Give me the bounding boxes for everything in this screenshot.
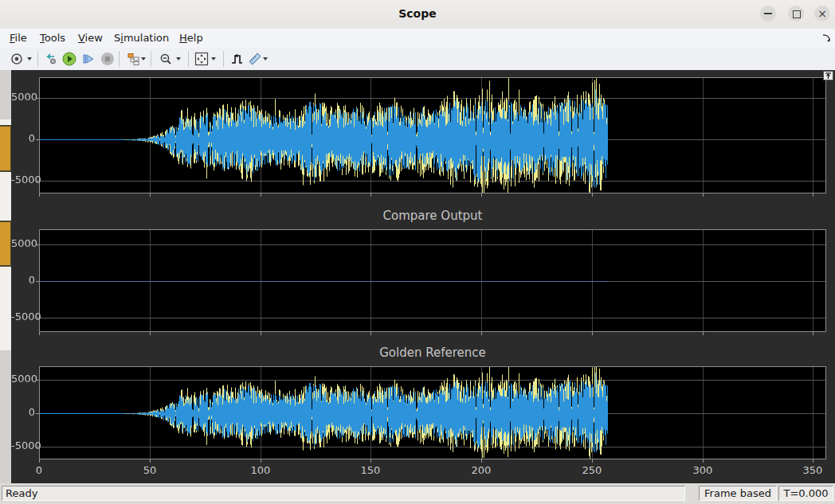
x-tick-label: 350 [789,464,835,476]
zoom-button[interactable] [157,50,174,68]
menu-help[interactable]: Help [179,32,203,44]
title-bar: Scope × [0,0,835,29]
status-mode: Frame based [699,486,777,501]
x-tick-label: 100 [237,464,284,476]
y-tick-mark [36,244,39,245]
y-tick-label: 0 [11,406,35,418]
y-tick-mark [36,181,39,182]
scope-parameters-icon [10,53,23,65]
maximize-icon [793,10,801,18]
toolbar-separator [188,51,189,67]
y-tick-mark [36,413,39,414]
dock-arrow-icon[interactable] [822,33,832,43]
menu-file[interactable]: File [10,32,27,44]
y-tick-mark [36,318,39,318]
tool-bar [0,48,835,71]
x-tick-mark [150,193,151,197]
toolbar-separator [223,51,224,67]
x-tick-mark [39,332,40,335]
zoom-dropdown[interactable] [176,57,181,61]
zoom-icon [159,53,173,66]
background-block [0,125,12,172]
x-tick-mark [481,193,482,197]
y-tick-label: 5000 [11,91,35,103]
step-forward-button[interactable] [80,50,97,68]
y-tick-mark [36,447,39,447]
y-tick-label: -5000 [11,174,35,186]
x-tick-mark [370,193,371,197]
measurements-icon [248,52,262,66]
menu-simulation[interactable]: Simulation [114,32,169,44]
y-tick-label: 5000 [11,237,35,249]
layout-dropdown[interactable] [141,57,146,61]
toolbar-separator [119,51,120,67]
trigger-button[interactable] [228,50,245,68]
x-tick-mark [150,459,151,463]
expand-axes-button[interactable] [823,71,833,80]
y-tick-mark [36,380,39,381]
toolbar-separator [151,51,151,67]
y-tick-mark [36,281,39,282]
y-tick-label: -5000 [11,440,35,451]
layout-button[interactable] [124,50,142,68]
x-tick-label: 50 [126,464,174,476]
scope-window: Scope × File Tools View Simulation Help [0,0,835,504]
minimize-icon [764,13,772,14]
x-tick-label: 200 [457,464,505,476]
window-title: Scope [0,7,835,20]
x-tick-mark [150,332,151,335]
background-block [0,221,12,267]
stepping-options-button[interactable] [42,50,60,68]
stop-icon [100,52,115,66]
y-tick-mark [36,139,39,140]
stepping-options-icon [45,53,57,65]
y-tick-label: -5000 [11,311,35,322]
close-button[interactable]: × [814,6,830,21]
x-tick-mark [261,332,261,335]
run-button[interactable] [61,50,78,68]
y-tick-mark [36,98,39,99]
maximize-button[interactable] [788,6,804,21]
x-tick-mark [261,459,261,463]
close-icon: × [814,6,830,21]
x-tick-mark [703,332,704,335]
menu-view[interactable]: View [78,32,103,44]
stop-button[interactable] [99,50,116,68]
measurements-button[interactable] [246,50,264,68]
fit-to-view-button[interactable] [193,50,210,68]
run-icon [62,52,76,66]
status-bar: Ready Frame based T=0.000 [0,483,835,504]
fit-to-view-dropdown[interactable] [211,57,216,61]
x-tick-label: 150 [347,464,394,476]
fit-to-view-icon [194,52,209,66]
x-tick-mark [370,459,371,463]
plot-output-waveform[interactable] [39,77,826,193]
menu-tools[interactable]: Tools [40,32,65,44]
x-tick-label: 250 [568,464,616,476]
scope-parameters-dropdown[interactable] [27,57,32,61]
status-time: T=0.000 [778,486,833,501]
scope-parameters-button[interactable] [8,50,25,68]
layout-icon [127,53,140,66]
scope-display-area: Compare Output Golden Reference -5000050… [11,70,835,483]
x-tick-mark [39,459,40,463]
arrow-up-icon [825,72,832,80]
x-tick-label: 300 [679,464,727,476]
x-tick-mark [813,193,813,197]
x-tick-mark [481,459,482,463]
x-tick-mark [261,193,261,197]
plot-golden-reference[interactable] [39,366,826,459]
plot-compare-output[interactable] [39,229,826,332]
minimize-button[interactable] [760,6,776,21]
menu-bar: File Tools View Simulation Help [0,29,835,49]
background-window-strip [0,70,11,483]
x-tick-mark [39,193,40,197]
x-tick-mark [703,193,704,197]
x-tick-mark [813,332,813,335]
plot-title-golden-reference: Golden Reference [39,346,826,360]
measurements-dropdown[interactable] [263,57,268,61]
x-tick-mark [592,332,593,335]
toolbar-separator [37,51,38,67]
step-forward-icon [81,52,96,66]
plot-title-compare-output: Compare Output [39,209,826,223]
